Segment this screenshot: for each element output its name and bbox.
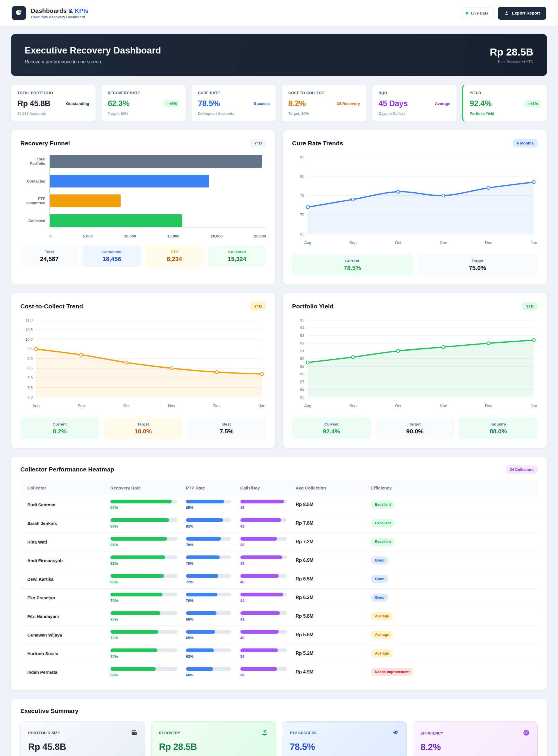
funnel-track: [49, 155, 266, 168]
collector-count-badge: 24 Collectors: [506, 465, 538, 474]
stat-label: Best: [190, 422, 263, 426]
kpi-card: RECOVERY RATE62.3%↑ +5%Target: 60%: [101, 84, 186, 122]
recovery-bar-track: [110, 500, 177, 503]
ptp-cell: 62%: [186, 649, 240, 659]
recovery-bar-track: [110, 649, 177, 652]
ptp-bar-fill: [186, 537, 221, 540]
column-header: Recovery Rate: [110, 485, 186, 490]
recovery-bar-track: [110, 555, 177, 559]
table-row[interactable]: Fitri Handayani75%68%41Rp 5.8MAverage: [20, 607, 538, 626]
calls-bar-track: [240, 667, 287, 671]
summary-label: PORTFOLIO SIZE: [28, 731, 60, 735]
app-title-main: Dashboards &: [31, 7, 73, 14]
avg-collection-value: Rp 8.5M: [296, 502, 371, 507]
ptp-bar-fill: [186, 500, 224, 503]
stat-value: 8.2%: [23, 428, 96, 435]
stat-value: 18,456: [86, 255, 138, 262]
svg-text:93: 93: [300, 333, 304, 338]
svg-text:11,0: 11,0: [26, 318, 32, 322]
svg-text:88: 88: [300, 372, 304, 376]
calls-bar-track: [240, 593, 287, 597]
svg-text:Nov: Nov: [440, 241, 447, 245]
table-row[interactable]: Budi Santoso92%85%45Rp 8.5MExcellent: [20, 496, 538, 514]
svg-text:87: 87: [300, 380, 304, 384]
kpi-label: RECOVERY RATE: [108, 91, 180, 95]
stat-box: PTP8,234: [146, 245, 203, 267]
heatmap-title: Collector Performance Heatmap: [20, 466, 114, 473]
live-dot-icon: [465, 12, 468, 15]
table-row[interactable]: Sarah Jenkins88%82%42Rp 7.8MExcellent: [20, 514, 538, 532]
recovery-value: 78%: [110, 599, 186, 603]
export-report-button[interactable]: Export Report: [498, 7, 547, 20]
funnel-title: Recovery Funnel: [20, 140, 70, 147]
kpi-card: CURE RATE78.5%SuccessDelinquent Accounts: [191, 84, 276, 122]
funnel-category-label: Collected: [20, 219, 49, 223]
svg-text:85: 85: [300, 395, 304, 399]
svg-text:9,5: 9,5: [27, 347, 32, 351]
stat-value: 75.0%: [420, 264, 535, 272]
efficiency-badge: Average: [371, 631, 393, 639]
ptp-cell: 82%: [186, 518, 240, 528]
stat-box: Current8.2%: [20, 418, 99, 439]
kpi-card: TOTAL PORTFOLIORp 45.8BOutstanding24,587…: [11, 84, 96, 122]
summary-value: Rp 45.8B: [28, 742, 137, 752]
kpi-side-label: Average: [435, 101, 451, 106]
ptp-bar-fill: [186, 667, 213, 671]
svg-text:80: 80: [300, 174, 304, 178]
svg-text:7,5: 7,5: [27, 385, 32, 390]
table-row[interactable]: Rina Wati85%78%38Rp 7.2MExcellent: [20, 532, 538, 551]
summary-value: Rp 28.5B: [159, 742, 268, 752]
ptp-cell: 78%: [186, 537, 240, 547]
wallet-icon: [131, 729, 137, 737]
recovery-value: 88%: [110, 524, 186, 528]
funnel-track: [49, 195, 266, 207]
funnel-category-label: Contacted: [20, 179, 49, 183]
calls-cell: 39: [240, 649, 296, 659]
recovery-bar-track: [110, 518, 177, 522]
app-title: Dashboards & KPIs: [31, 7, 88, 14]
recovery-bar-track: [110, 593, 177, 597]
svg-text:Jan: Jan: [531, 403, 537, 408]
funnel-period-badge: YTD: [250, 139, 266, 147]
money-hand-icon: [261, 729, 268, 737]
calls-value: 41: [240, 617, 296, 622]
table-row[interactable]: Gunawan Wijaya72%65%40Rp 5.5MAverage: [20, 626, 538, 644]
calls-bar-fill: [240, 500, 284, 503]
calls-cell: 40: [240, 574, 296, 584]
efficiency-badge: Excellent: [371, 501, 395, 509]
kpi-label: YIELD: [470, 91, 540, 95]
calls-bar-track: [240, 518, 287, 522]
calls-value: 39: [240, 654, 296, 659]
calls-bar-fill: [240, 649, 278, 652]
stat-box: Best7.5%: [187, 418, 266, 439]
stat-value: 24,587: [23, 255, 75, 262]
calls-bar-fill: [240, 630, 279, 634]
stat-box: Total24,587: [20, 245, 78, 267]
table-row[interactable]: Dewi Kartika80%72%40Rp 6.5MGood: [20, 570, 538, 588]
svg-text:91: 91: [300, 349, 304, 353]
kpi-value: 8.2%: [288, 99, 306, 108]
stat-label: Current: [295, 259, 410, 263]
funnel-bar-row: Collected: [20, 214, 266, 227]
recovery-value: 80%: [110, 580, 186, 584]
summary-card-ptp-success: PTP SUCCESS78.5%Cure Rate: [282, 722, 407, 756]
table-row[interactable]: Eko Prasetyo78%70%44Rp 6.2MGood: [20, 588, 538, 607]
stat-box: Current78.5%: [292, 254, 413, 276]
table-row[interactable]: Andi Firmansyah82%75%43Rp 6.9MGood: [20, 551, 538, 570]
kpi-label: TOTAL PORTFOLIO: [18, 91, 89, 95]
ptp-value: 78%: [186, 543, 240, 547]
calls-value: 43: [240, 561, 296, 565]
collector-name: Gunawan Wijaya: [27, 632, 110, 637]
svg-text:7,0: 7,0: [27, 395, 32, 399]
table-row[interactable]: Indah Permata68%60%38Rp 4.9MNeeds Improv…: [20, 663, 538, 681]
summary-label: RECOVERY: [159, 731, 180, 735]
recovery-value: 68%: [110, 673, 186, 677]
calls-bar-fill: [240, 555, 282, 559]
efficiency-badge: Average: [371, 612, 393, 620]
cure-rate-title: Cure Rate Trends: [292, 140, 343, 147]
calls-value: 42: [240, 524, 296, 528]
kpi-value: 92.4%: [470, 99, 491, 108]
table-row[interactable]: Hartono Susilo70%62%39Rp 5.2MAverage: [20, 644, 538, 663]
collector-name: Dewi Kartika: [27, 577, 110, 582]
ptp-bar-fill: [186, 555, 220, 559]
